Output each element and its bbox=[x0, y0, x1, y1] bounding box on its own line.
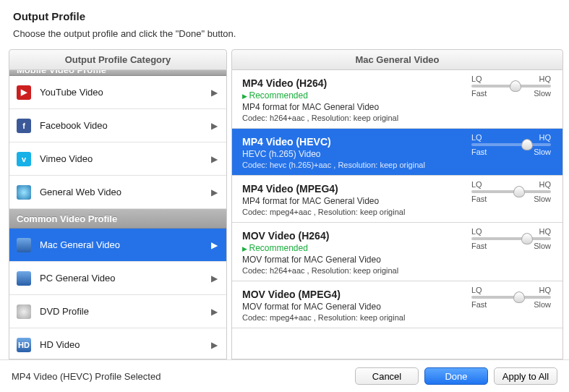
slow-label: Slow bbox=[534, 195, 551, 203]
quality-slider[interactable]: LQHQFastSlow bbox=[471, 227, 551, 250]
slider-knob[interactable] bbox=[521, 139, 533, 150]
category-item-label: Facebook Video bbox=[40, 120, 108, 131]
apply-all-button[interactable]: Apply to All bbox=[494, 367, 557, 385]
category-item-hd[interactable]: HDHD Video▶ bbox=[9, 328, 226, 359]
profile-mp4-h264[interactable]: MP4 Video (H264)RecommendedMP4 format fo… bbox=[232, 70, 562, 129]
status-text: MP4 Video (HEVC) Profile Selected bbox=[12, 371, 161, 382]
pc-general-icon bbox=[17, 271, 31, 286]
profile-codec: Codec: mpeg4+aac , Resolution: keep orig… bbox=[242, 313, 552, 322]
lq-label: LQ bbox=[471, 227, 482, 236]
category-item-vimeo[interactable]: vVimeo Video▶ bbox=[9, 142, 226, 176]
chevron-right-icon: ▶ bbox=[211, 240, 218, 250]
category-item-label: HD Video bbox=[40, 339, 80, 350]
profile-desc: MOV format for MAC General Video bbox=[242, 255, 552, 265]
chevron-right-icon: ▶ bbox=[211, 340, 218, 350]
profile-codec: Codec: mpeg4+aac , Resolution: keep orig… bbox=[242, 208, 552, 216]
mac-general-icon bbox=[17, 238, 31, 252]
lq-label: LQ bbox=[471, 133, 482, 142]
chevron-right-icon: ▶ bbox=[211, 187, 218, 197]
profile-mov-h264[interactable]: MOV Video (H264)RecommendedMOV format fo… bbox=[232, 223, 562, 281]
dvd-icon bbox=[17, 304, 31, 319]
category-section-header: Common Video Profile bbox=[9, 209, 226, 229]
category-item-general-web[interactable]: General Web Video▶ bbox=[9, 176, 226, 209]
profile-list[interactable]: MP4 Video (H264)RecommendedMP4 format fo… bbox=[231, 70, 563, 359]
fast-label: Fast bbox=[471, 242, 487, 250]
slider-track[interactable] bbox=[471, 296, 551, 299]
lq-label: LQ bbox=[471, 74, 482, 83]
category-item-label: Vimeo Video bbox=[40, 153, 93, 164]
chevron-right-icon: ▶ bbox=[211, 273, 218, 284]
category-item-label: General Web Video bbox=[40, 187, 121, 197]
category-item-facebook[interactable]: fFacebook Video▶ bbox=[9, 109, 226, 142]
chevron-right-icon: ▶ bbox=[211, 88, 218, 98]
hd-icon: HD bbox=[17, 338, 31, 352]
quality-slider[interactable]: LQHQFastSlow bbox=[471, 133, 551, 156]
fast-label: Fast bbox=[471, 300, 487, 309]
slow-label: Slow bbox=[534, 300, 551, 309]
quality-slider[interactable]: LQHQFastSlow bbox=[471, 74, 551, 98]
lq-label: LQ bbox=[471, 180, 482, 189]
slow-label: Slow bbox=[534, 148, 551, 156]
facebook-icon: f bbox=[17, 119, 31, 133]
fast-label: Fast bbox=[471, 89, 487, 98]
page-title: Output Profile bbox=[13, 10, 556, 22]
slider-track[interactable] bbox=[471, 143, 551, 146]
hq-label: HQ bbox=[539, 74, 552, 83]
profile-mov-mpeg4[interactable]: MOV Video (MPEG4)MOV format for MAC Gene… bbox=[232, 281, 562, 328]
lq-label: LQ bbox=[471, 286, 482, 294]
slider-knob[interactable] bbox=[521, 233, 533, 244]
category-item-label: Mac General Video bbox=[40, 239, 120, 250]
category-item-label: DVD Profile bbox=[40, 306, 89, 317]
chevron-right-icon: ▶ bbox=[211, 121, 218, 131]
category-item-label: YouTube Video bbox=[40, 87, 103, 98]
slider-knob[interactable] bbox=[513, 291, 525, 303]
done-button[interactable]: Done bbox=[424, 367, 488, 385]
profile-codec: Codec: hevc (h.265)+aac , Resolution: ke… bbox=[242, 161, 552, 169]
hq-label: HQ bbox=[539, 227, 552, 236]
general-web-icon bbox=[17, 185, 31, 200]
profile-desc: MP4 format for MAC General Video bbox=[242, 102, 552, 112]
hq-label: HQ bbox=[539, 180, 552, 189]
category-item-pc-general[interactable]: PC General Video▶ bbox=[9, 262, 226, 295]
slider-track[interactable] bbox=[471, 85, 551, 88]
category-item-label: PC General Video bbox=[40, 273, 116, 284]
quality-slider[interactable]: LQHQFastSlow bbox=[471, 286, 551, 309]
profile-mp4-mpeg4[interactable]: MP4 Video (MPEG4)MP4 format for MAC Gene… bbox=[232, 176, 562, 223]
vimeo-icon: v bbox=[17, 152, 31, 166]
profile-mp4-hevc[interactable]: MP4 Video (HEVC)HEVC (h.265) VideoCodec:… bbox=[232, 129, 562, 176]
slider-knob[interactable] bbox=[513, 186, 525, 197]
cancel-button[interactable]: Cancel bbox=[355, 367, 419, 385]
profile-codec: Codec: h264+aac , Resolution: keep origi… bbox=[242, 266, 552, 275]
slider-knob[interactable] bbox=[510, 80, 521, 92]
category-item-mac-general[interactable]: Mac General Video▶ bbox=[9, 229, 226, 262]
right-column-header: Mac General Video bbox=[231, 49, 563, 70]
fast-label: Fast bbox=[471, 148, 487, 156]
quality-slider[interactable]: LQHQFastSlow bbox=[471, 180, 551, 203]
chevron-right-icon: ▶ bbox=[211, 307, 218, 317]
page-subtitle: Choose the output profile and click the … bbox=[13, 28, 556, 39]
category-list[interactable]: Mobile Video Profile▶YouTube Video▶fFace… bbox=[9, 70, 227, 359]
hq-label: HQ bbox=[539, 133, 552, 142]
hq-label: HQ bbox=[539, 286, 552, 294]
youtube-icon: ▶ bbox=[17, 85, 31, 100]
slider-track[interactable] bbox=[471, 190, 551, 193]
category-item-dvd[interactable]: DVD Profile▶ bbox=[9, 295, 226, 328]
slider-track[interactable] bbox=[471, 237, 551, 240]
fast-label: Fast bbox=[471, 195, 487, 203]
chevron-right-icon: ▶ bbox=[211, 154, 218, 164]
slow-label: Slow bbox=[534, 242, 551, 250]
left-column-header: Output Profile Category bbox=[9, 49, 227, 70]
category-section-header: Mobile Video Profile bbox=[9, 70, 226, 76]
slow-label: Slow bbox=[534, 89, 551, 98]
category-item-youtube[interactable]: ▶YouTube Video▶ bbox=[9, 76, 226, 109]
profile-codec: Codec: h264+aac , Resolution: keep origi… bbox=[242, 114, 552, 122]
